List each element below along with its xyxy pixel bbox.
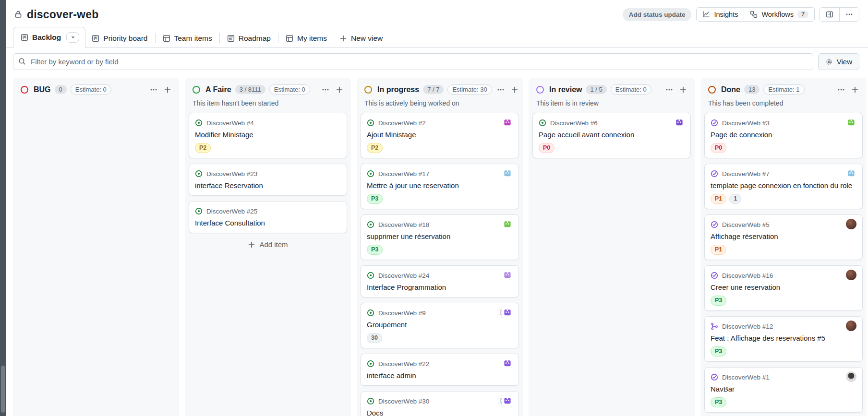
new-view-button[interactable]: New view [333, 29, 389, 48]
card[interactable]: DiscoverWeb #5Affichage réservationP1 [704, 214, 863, 260]
lock-icon [14, 10, 23, 19]
avatar-identicon [674, 117, 685, 128]
card-labels: P11 [711, 194, 856, 204]
avatar-identicon [502, 395, 513, 406]
column-count-badge: 1 / 5 [586, 85, 606, 94]
tab-my-items[interactable]: My items [279, 29, 333, 48]
card-avatars [498, 307, 513, 318]
column-menu-button[interactable] [321, 85, 330, 95]
scrollbar-thumb[interactable] [1, 366, 5, 413]
column-cards: DiscoverWeb #6Page accueil avant connexi… [529, 113, 695, 158]
card-avatars [502, 270, 513, 280]
card-avatars [502, 219, 513, 229]
card-labels: P3 [367, 194, 513, 204]
panel-menu-group [820, 7, 859, 22]
tab-backlog[interactable]: Backlog [13, 27, 85, 48]
project-page: discover-web Add status update Insights … [6, 0, 868, 416]
column-subtitle: This is actively being worked on [357, 95, 523, 113]
column-actions [321, 85, 344, 95]
card-labels: P3 [367, 245, 513, 255]
card[interactable]: DiscoverWeb #1NavBarP3 [704, 367, 863, 413]
avatar-identicon [502, 358, 513, 368]
side-panel-toggle-button[interactable] [820, 8, 839, 21]
add-item-button[interactable]: Add item [245, 240, 290, 249]
card[interactable]: DiscoverWeb #24Interface Programmation [361, 265, 519, 297]
column-add-button[interactable] [850, 85, 860, 95]
open-issue-icon [367, 360, 374, 368]
insights-button[interactable]: Insights [697, 8, 744, 21]
open-issue-icon [367, 272, 374, 279]
card-title: Affichage réservation [711, 232, 856, 241]
card[interactable]: DiscoverWeb #18supprimer une réservation… [361, 214, 519, 260]
column-subtitle: This item hasn't been started [185, 95, 351, 113]
column-menu-button[interactable] [664, 85, 674, 95]
card[interactable]: DiscoverWeb #4Modifier MinistageP2 [189, 113, 347, 158]
search-icon [18, 58, 26, 65]
card-title: interface Reservation [195, 181, 341, 190]
view-settings-button[interactable]: View [818, 53, 859, 70]
column-add-button[interactable] [510, 85, 519, 95]
card-avatars [846, 117, 856, 128]
card[interactable]: DiscoverWeb #3Page de connexionP0 [704, 113, 863, 158]
card-title: NavBar [711, 384, 856, 394]
card[interactable]: DiscoverWeb #6Page accueil avant connexi… [532, 113, 691, 158]
tab-label: Backlog [32, 33, 61, 42]
project-title-wrap: discover-web [14, 8, 98, 21]
tab-label: My items [297, 34, 327, 43]
card[interactable]: DiscoverWeb #16Creer une reservationP3 [704, 265, 863, 311]
column-add-button[interactable] [678, 85, 688, 95]
left-scrollbar[interactable] [0, 0, 6, 416]
card[interactable]: DiscoverWeb #30Docs [361, 391, 519, 416]
closed-issue-icon [711, 119, 718, 127]
column-name: A Faire [205, 85, 231, 94]
label-pill: P0 [711, 143, 726, 153]
card-ref: DiscoverWeb #7 [722, 170, 770, 178]
tab-roadmap[interactable]: Roadmap [221, 29, 277, 48]
status-circle-icon [708, 86, 716, 94]
column-menu-button[interactable] [836, 85, 846, 95]
add-item-label: Add item [259, 240, 288, 249]
card[interactable]: DiscoverWeb #12Feat : Affichage des rese… [704, 316, 863, 362]
card[interactable]: DiscoverWeb #7template page connexion en… [704, 164, 863, 209]
filter-input[interactable] [13, 53, 813, 70]
card-meta: DiscoverWeb #3 [711, 118, 856, 128]
card-ref: DiscoverWeb #24 [378, 272, 429, 279]
closed-issue-icon [711, 170, 718, 178]
avatar-identicon [502, 219, 513, 229]
workflows-button[interactable]: Workflows 7 [744, 8, 814, 21]
card[interactable]: DiscoverWeb #2Ajout MinistageP2 [361, 113, 519, 158]
tab-priority-board[interactable]: Priority board [85, 29, 154, 48]
table-icon [163, 35, 170, 42]
tab-label: Roadmap [239, 34, 271, 43]
tab-team-items[interactable]: Team items [157, 29, 218, 48]
plus-icon [339, 35, 347, 42]
label-pill: P3 [711, 397, 726, 407]
column-subtitle: This has been completed [700, 95, 867, 113]
card[interactable]: DiscoverWeb #22interface admin [361, 354, 519, 386]
add-status-update-button[interactable]: Add status update [623, 8, 692, 21]
card-title: Page accueil avant connexion [539, 130, 685, 140]
card-ref: DiscoverWeb #17 [378, 170, 429, 178]
card-meta: DiscoverWeb #6 [539, 118, 685, 128]
label-pill: P2 [367, 143, 383, 153]
closed-issue-icon [711, 373, 718, 381]
card-labels: P0 [711, 143, 856, 153]
tab-options-caret-button[interactable] [66, 32, 79, 43]
card[interactable]: DiscoverWeb #9Groupement30 [361, 303, 519, 348]
tab-divider [219, 33, 220, 43]
column-menu-button[interactable] [496, 85, 506, 95]
card-avatars [502, 358, 513, 368]
card-meta: DiscoverWeb #22 [367, 359, 513, 368]
table-icon [286, 35, 293, 42]
card-title: Creer une reservation [711, 283, 856, 292]
header-overflow-menu-button[interactable] [839, 8, 859, 21]
column-add-button[interactable] [163, 85, 172, 95]
column-menu-button[interactable] [149, 85, 158, 95]
column-count-badge: 0 [55, 85, 67, 94]
card[interactable]: DiscoverWeb #25Interface Consultation [189, 201, 347, 233]
avatar-identicon [502, 307, 513, 318]
card[interactable]: DiscoverWeb #17Mettre à jour une reserva… [361, 164, 519, 209]
column-add-button[interactable] [335, 85, 344, 95]
card-labels: P3 [711, 346, 856, 357]
card[interactable]: DiscoverWeb #23interface Reservation [189, 164, 347, 196]
